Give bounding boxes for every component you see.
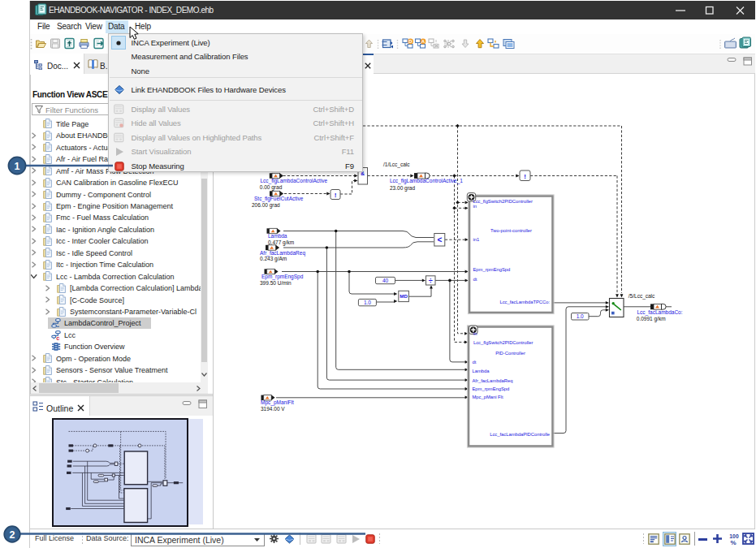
svg-text:1: 1 (15, 161, 20, 172)
svg-text:2: 2 (10, 529, 15, 541)
